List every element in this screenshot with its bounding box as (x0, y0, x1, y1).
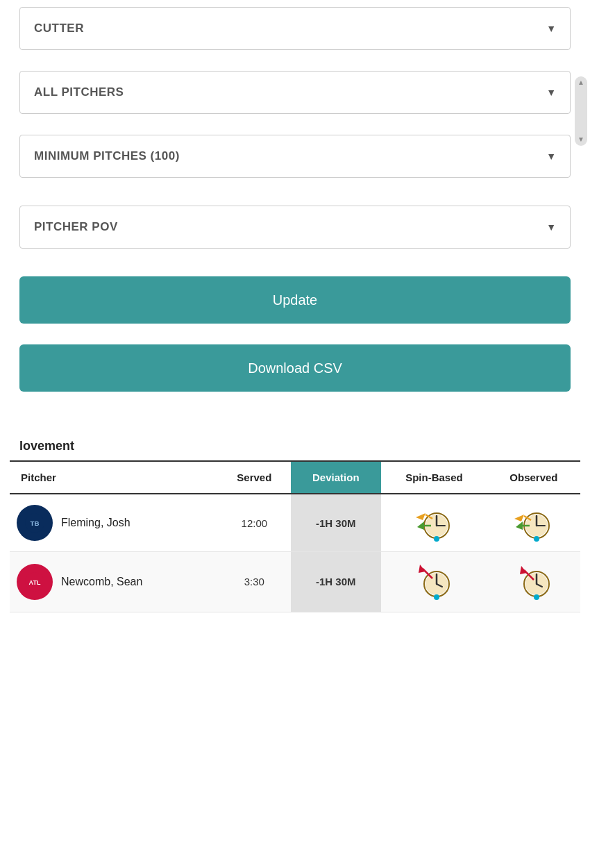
pitcher-name-2: Newcomb, Sean (61, 576, 142, 588)
scroll-down-arrow[interactable]: ▼ (578, 136, 584, 143)
min-pitches-wrapper: MINIMUM PITCHES (100) ▼ (19, 135, 571, 178)
spin-clock-svg-2 (410, 558, 457, 603)
observed-cell-2 (487, 552, 580, 612)
spin-clock-svg-1 (410, 502, 457, 542)
col-header-deviation: Deviation (291, 462, 381, 494)
scroll-up-arrow[interactable]: ▲ (578, 79, 584, 86)
time-cell-2: 3:30 (218, 552, 290, 612)
min-pitches-arrow: ▼ (546, 151, 556, 162)
pov-label: PITCHER POV (34, 220, 118, 234)
svg-marker-17 (516, 521, 523, 530)
top-dropdown-section: CUTTER ▼ ALL PITCHERS ▼ ▲ ▼ MINIMUM (0, 0, 590, 276)
pitchers-filter-wrapper: ALL PITCHERS ▼ (19, 71, 571, 114)
svg-marker-8 (417, 521, 424, 530)
spin-based-cell-1 (381, 494, 487, 552)
deviation-value-1: -1H 30M (316, 517, 356, 529)
svg-marker-15 (514, 515, 524, 521)
table-heading: lovement (10, 433, 580, 462)
table-row: ATL Newcomb, Sean 3:30 -1H 30M (10, 552, 580, 612)
col-header-observed2: Observed (487, 462, 580, 494)
pitch-type-dropdown[interactable]: CUTTER ▼ (19, 7, 571, 50)
pitchers-filter-dropdown[interactable]: ALL PITCHERS ▼ (19, 71, 571, 114)
deviation-value-2: -1H 30M (316, 576, 356, 587)
time-cell-1: 12:00 (218, 494, 290, 552)
pitchers-scroll-section: ALL PITCHERS ▼ ▲ ▼ (0, 71, 590, 114)
svg-point-28 (434, 594, 439, 600)
svg-point-35 (534, 594, 539, 600)
avatar-newcomb: ATL (17, 564, 53, 600)
pitchers-filter-arrow: ▼ (546, 87, 556, 98)
col-header-observed: Served (218, 462, 290, 494)
data-table: Pitcher Served Deviation Spin-Based Obse… (10, 462, 580, 612)
update-button[interactable]: Update (19, 276, 571, 324)
pitch-type-arrow: ▼ (546, 23, 556, 34)
spin-based-icon-1 (410, 501, 458, 543)
avatar-fleming: TB (17, 505, 53, 541)
pitcher-name-1: Fleming, Josh (61, 517, 130, 529)
pov-arrow: ▼ (546, 222, 556, 233)
col-header-spin-based: Spin-Based (381, 462, 487, 494)
svg-point-19 (534, 536, 539, 542)
deviation-cell-2: -1H 30M (291, 552, 381, 612)
pov-wrapper: PITCHER POV ▼ (19, 206, 571, 249)
obs-clock-svg-1 (510, 502, 557, 542)
svg-text:TB: TB (31, 519, 40, 527)
pitch-type-label: CUTTER (34, 22, 84, 35)
spin-based-cell-2 (381, 552, 487, 612)
scrollbar-track[interactable]: ▲ ▼ (575, 76, 587, 146)
pitcher-cell-2: ATL Newcomb, Sean (10, 552, 218, 612)
pov-dropdown[interactable]: PITCHER POV ▼ (19, 206, 571, 249)
svg-point-10 (434, 536, 439, 542)
pitcher-cell-1: TB Fleming, Josh (10, 494, 218, 552)
pitch-type-wrapper: CUTTER ▼ (19, 7, 571, 50)
page-container: CUTTER ▼ ALL PITCHERS ▼ ▲ ▼ MINIMUM (0, 0, 590, 612)
obs-clock-svg-2 (510, 558, 557, 603)
min-pitches-dropdown[interactable]: MINIMUM PITCHES (100) ▼ (19, 135, 571, 178)
rays-logo-icon: TB (22, 510, 47, 535)
braves-logo-icon: ATL (22, 569, 47, 594)
pitchers-filter-label: ALL PITCHERS (34, 85, 124, 99)
download-csv-button[interactable]: Download CSV (19, 344, 571, 392)
deviation-cell-1: -1H 30M (291, 494, 381, 552)
observed-cell-1 (487, 494, 580, 552)
table-row: TB Fleming, Josh 12:00 -1H 30M (10, 494, 580, 552)
min-pitches-label: MINIMUM PITCHES (100) (34, 149, 180, 163)
spin-based-icon-2 (410, 559, 458, 601)
observed-icon-2 (509, 559, 558, 601)
svg-text:ATL: ATL (29, 579, 41, 586)
observed-icon-1 (509, 501, 558, 543)
time-value-1: 12:00 (242, 517, 268, 529)
table-heading-text: lovement (19, 439, 74, 453)
svg-marker-6 (416, 513, 425, 520)
col-header-pitcher: Pitcher (10, 462, 218, 494)
time-value-2: 3:30 (244, 576, 264, 587)
table-section: lovement Pitcher Served Deviation Spin-B… (10, 433, 580, 612)
